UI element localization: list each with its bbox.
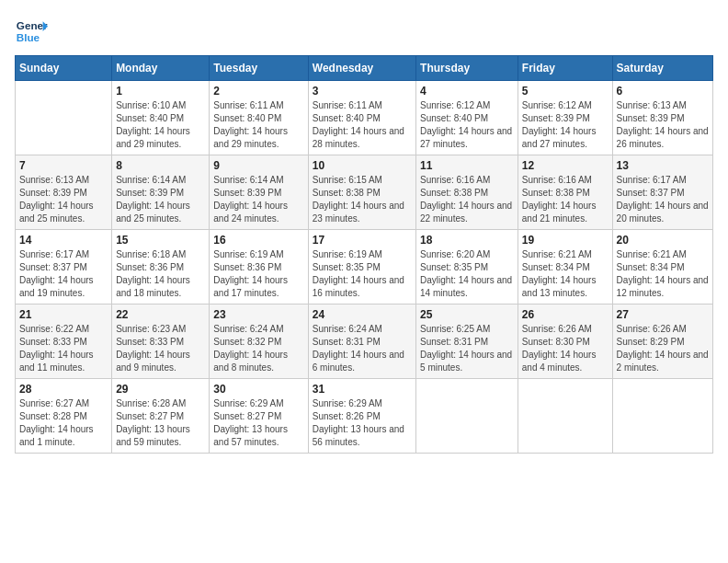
cell-info: Sunrise: 6:26 AMSunset: 8:30 PMDaylight:… [522,323,609,374]
cell-info: Sunrise: 6:20 AMSunset: 8:35 PMDaylight:… [420,248,514,300]
day-number: 19 [522,234,609,247]
calendar-cell: 13Sunrise: 6:17 AMSunset: 8:37 PMDayligh… [612,155,712,230]
day-number: 16 [213,234,303,247]
day-number: 21 [19,308,108,321]
header-cell-sunday: Sunday [16,56,112,81]
cell-info: Sunrise: 6:29 AMSunset: 8:26 PMDaylight:… [313,397,412,449]
day-number: 23 [213,308,303,321]
cell-info: Sunrise: 6:14 AMSunset: 8:39 PMDaylight:… [116,174,205,225]
day-number: 24 [313,308,412,321]
cell-info: Sunrise: 6:26 AMSunset: 8:29 PMDaylight:… [617,323,709,374]
day-number: 28 [19,383,108,396]
cell-info: Sunrise: 6:13 AMSunset: 8:39 PMDaylight:… [19,174,108,225]
cell-info: Sunrise: 6:11 AMSunset: 8:40 PMDaylight:… [313,99,412,151]
calendar-table: SundayMondayTuesdayWednesdayThursdayFrid… [15,55,713,454]
day-number: 26 [522,308,609,321]
day-number: 27 [617,308,709,321]
week-row-2: 14Sunrise: 6:17 AMSunset: 8:37 PMDayligh… [16,230,713,304]
day-number: 13 [617,159,709,172]
cell-info: Sunrise: 6:28 AMSunset: 8:27 PMDaylight:… [116,397,205,449]
day-number: 31 [313,383,412,396]
header: General Blue [15,15,713,48]
calendar-cell: 9Sunrise: 6:14 AMSunset: 8:39 PMDaylight… [210,155,308,230]
cell-info: Sunrise: 6:19 AMSunset: 8:35 PMDaylight:… [313,248,412,300]
day-number: 5 [522,85,609,98]
logo: General Blue [15,15,48,48]
cell-info: Sunrise: 6:17 AMSunset: 8:37 PMDaylight:… [617,174,709,225]
day-number: 20 [617,234,709,247]
day-number: 15 [116,234,205,247]
day-number: 18 [420,234,514,247]
header-cell-friday: Friday [518,56,612,81]
day-number: 9 [213,159,303,172]
cell-info: Sunrise: 6:24 AMSunset: 8:31 PMDaylight:… [313,323,412,374]
calendar-cell [416,379,518,454]
week-row-3: 21Sunrise: 6:22 AMSunset: 8:33 PMDayligh… [16,304,713,379]
calendar-cell: 28Sunrise: 6:27 AMSunset: 8:28 PMDayligh… [16,379,112,454]
day-number: 6 [617,85,709,98]
day-number: 25 [420,308,514,321]
cell-info: Sunrise: 6:11 AMSunset: 8:40 PMDaylight:… [213,99,303,151]
calendar-cell: 8Sunrise: 6:14 AMSunset: 8:39 PMDaylight… [112,155,210,230]
cell-info: Sunrise: 6:13 AMSunset: 8:39 PMDaylight:… [617,99,709,151]
calendar-cell: 23Sunrise: 6:24 AMSunset: 8:32 PMDayligh… [210,304,308,379]
cell-info: Sunrise: 6:18 AMSunset: 8:36 PMDaylight:… [116,248,205,300]
calendar-cell: 15Sunrise: 6:18 AMSunset: 8:36 PMDayligh… [112,230,210,304]
week-row-0: 1Sunrise: 6:10 AMSunset: 8:40 PMDaylight… [16,81,713,155]
calendar-cell: 14Sunrise: 6:17 AMSunset: 8:37 PMDayligh… [16,230,112,304]
cell-info: Sunrise: 6:19 AMSunset: 8:36 PMDaylight:… [213,248,303,300]
calendar-cell [16,81,112,155]
calendar-cell: 27Sunrise: 6:26 AMSunset: 8:29 PMDayligh… [612,304,712,379]
week-row-4: 28Sunrise: 6:27 AMSunset: 8:28 PMDayligh… [16,379,713,454]
calendar-cell [518,379,612,454]
calendar-cell: 7Sunrise: 6:13 AMSunset: 8:39 PMDaylight… [16,155,112,230]
cell-info: Sunrise: 6:16 AMSunset: 8:38 PMDaylight:… [420,174,514,225]
day-number: 8 [116,159,205,172]
calendar-cell: 18Sunrise: 6:20 AMSunset: 8:35 PMDayligh… [416,230,518,304]
calendar-cell: 1Sunrise: 6:10 AMSunset: 8:40 PMDaylight… [112,81,210,155]
cell-info: Sunrise: 6:10 AMSunset: 8:40 PMDaylight:… [116,99,205,151]
cell-info: Sunrise: 6:27 AMSunset: 8:28 PMDaylight:… [19,397,108,449]
day-number: 22 [116,308,205,321]
calendar-cell: 4Sunrise: 6:12 AMSunset: 8:40 PMDaylight… [416,81,518,155]
day-number: 7 [19,159,108,172]
calendar-cell: 19Sunrise: 6:21 AMSunset: 8:34 PMDayligh… [518,230,612,304]
calendar-cell: 24Sunrise: 6:24 AMSunset: 8:31 PMDayligh… [308,304,415,379]
cell-info: Sunrise: 6:12 AMSunset: 8:39 PMDaylight:… [522,99,609,151]
logo-icon: General Blue [15,15,48,48]
day-number: 3 [313,85,412,98]
cell-info: Sunrise: 6:16 AMSunset: 8:38 PMDaylight:… [522,174,609,225]
day-number: 30 [213,383,303,396]
calendar-cell: 30Sunrise: 6:29 AMSunset: 8:27 PMDayligh… [210,379,308,454]
day-number: 11 [420,159,514,172]
svg-text:Blue: Blue [17,31,40,43]
calendar-cell: 10Sunrise: 6:15 AMSunset: 8:38 PMDayligh… [308,155,415,230]
calendar-cell: 20Sunrise: 6:21 AMSunset: 8:34 PMDayligh… [612,230,712,304]
calendar-cell [612,379,712,454]
calendar-cell: 25Sunrise: 6:25 AMSunset: 8:31 PMDayligh… [416,304,518,379]
day-number: 29 [116,383,205,396]
calendar-cell: 6Sunrise: 6:13 AMSunset: 8:39 PMDaylight… [612,81,712,155]
cell-info: Sunrise: 6:29 AMSunset: 8:27 PMDaylight:… [213,397,303,449]
calendar-cell: 21Sunrise: 6:22 AMSunset: 8:33 PMDayligh… [16,304,112,379]
calendar-cell: 29Sunrise: 6:28 AMSunset: 8:27 PMDayligh… [112,379,210,454]
day-number: 4 [420,85,514,98]
calendar-cell: 17Sunrise: 6:19 AMSunset: 8:35 PMDayligh… [308,230,415,304]
calendar-cell: 3Sunrise: 6:11 AMSunset: 8:40 PMDaylight… [308,81,415,155]
calendar-cell: 5Sunrise: 6:12 AMSunset: 8:39 PMDaylight… [518,81,612,155]
day-number: 10 [313,159,412,172]
calendar-cell: 12Sunrise: 6:16 AMSunset: 8:38 PMDayligh… [518,155,612,230]
calendar-cell: 2Sunrise: 6:11 AMSunset: 8:40 PMDaylight… [210,81,308,155]
cell-info: Sunrise: 6:14 AMSunset: 8:39 PMDaylight:… [213,174,303,225]
day-number: 1 [116,85,205,98]
cell-info: Sunrise: 6:21 AMSunset: 8:34 PMDaylight:… [522,248,609,300]
cell-info: Sunrise: 6:21 AMSunset: 8:34 PMDaylight:… [617,248,709,300]
day-number: 2 [213,85,303,98]
calendar-cell: 26Sunrise: 6:26 AMSunset: 8:30 PMDayligh… [518,304,612,379]
header-cell-wednesday: Wednesday [308,56,415,81]
header-cell-saturday: Saturday [612,56,712,81]
header-row: SundayMondayTuesdayWednesdayThursdayFrid… [16,56,713,81]
calendar-cell: 16Sunrise: 6:19 AMSunset: 8:36 PMDayligh… [210,230,308,304]
cell-info: Sunrise: 6:12 AMSunset: 8:40 PMDaylight:… [420,99,514,151]
day-number: 17 [313,234,412,247]
